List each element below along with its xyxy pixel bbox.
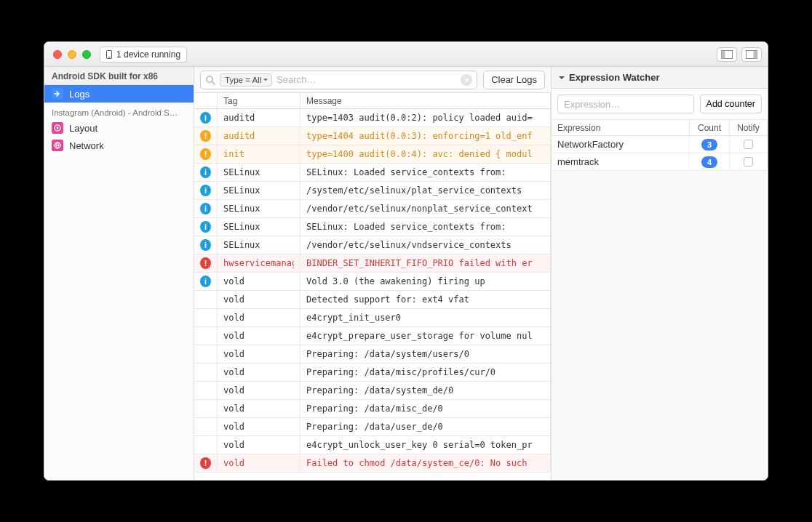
log-row[interactable]: voldPreparing: /data/misc_de/0	[194, 400, 551, 418]
log-message: Preparing: /data/system_de/0	[306, 385, 453, 395]
log-message: Detected support for: ext4 vfat	[306, 294, 469, 305]
window-controls	[50, 50, 91, 59]
log-row[interactable]: voldPreparing: /data/system_de/0	[194, 382, 551, 400]
log-tag: vold	[223, 313, 244, 323]
device-status-chip[interactable]: 1 device running	[100, 47, 187, 63]
watcher-expression: NetworkFactory	[557, 139, 624, 150]
clear-search-icon[interactable]: ✕	[461, 74, 472, 86]
level-warn-icon: !	[200, 148, 211, 160]
log-row[interactable]: iSELinuxSELinux: Loaded service_contexts…	[194, 164, 551, 182]
expression-input[interactable]	[557, 95, 694, 113]
log-message: Vold 3.0 (the awakening) firing up	[306, 276, 485, 286]
log-row[interactable]: voldPreparing: /data/system/users/0	[194, 345, 551, 364]
panel-right-toggle[interactable]	[741, 47, 762, 62]
minimize-icon[interactable]	[68, 50, 76, 59]
sidebar-item-logs[interactable]: Logs	[44, 85, 194, 103]
watcher-expression: memtrack	[557, 156, 599, 167]
watcher-row[interactable]: NetworkFactory3	[552, 136, 768, 153]
log-row[interactable]: ivoldVold 3.0 (the awakening) firing up	[194, 273, 551, 291]
panel-right-icon	[746, 50, 757, 59]
notify-checkbox[interactable]	[744, 157, 753, 166]
logs-table: Tag Message iauditdtype=1403 audit(0.0:2…	[194, 93, 551, 480]
search-field[interactable]: Type = All ✕	[200, 71, 477, 89]
clear-logs-button[interactable]: Clear Logs	[483, 71, 545, 89]
level-err-icon: !	[200, 257, 211, 269]
log-tag: SELinux	[223, 222, 260, 232]
log-tag: SELinux	[223, 204, 260, 214]
level-err-icon: !	[200, 457, 211, 469]
col-tag[interactable]: Tag	[218, 93, 300, 108]
log-tag: auditd	[223, 113, 255, 123]
log-row[interactable]: !inittype=1400 audit(0.0:4): avc: denied…	[194, 145, 551, 164]
sidebar-item-layout[interactable]: Layout	[44, 119, 194, 137]
log-tag: init	[223, 149, 244, 159]
log-row[interactable]: !voldFailed to chmod /data/system_ce/0: …	[194, 454, 551, 473]
log-row[interactable]: iSELinux/system/etc/selinux/plat_service…	[194, 182, 551, 200]
log-message: SELinux: Loaded service_contexts from:	[306, 167, 506, 177]
log-row[interactable]: voldDetected support for: ext4 vfat	[194, 291, 551, 309]
level-info-icon: i	[200, 203, 211, 214]
search-input[interactable]	[276, 74, 456, 85]
log-tag: vold	[223, 422, 244, 432]
count-badge: 3	[701, 139, 717, 150]
level-info-icon: i	[200, 239, 211, 251]
watcher-row[interactable]: memtrack4	[552, 153, 768, 171]
log-tag: vold	[223, 367, 244, 377]
level-warn-icon: !	[200, 130, 211, 142]
sidebar-item-label: Network	[69, 140, 104, 151]
log-row[interactable]: iSELinux/vendor/etc/selinux/vndservice_c…	[194, 236, 551, 254]
log-row[interactable]: voldPreparing: /data/user_de/0	[194, 418, 551, 436]
log-row[interactable]: iSELinuxSELinux: Loaded service_contexts…	[194, 218, 551, 236]
log-tag: vold	[223, 385, 244, 395]
col-count[interactable]: Count	[690, 120, 730, 135]
log-message: e4crypt_unlock_user_key 0 serial=0 token…	[306, 440, 533, 450]
svg-line-8	[212, 81, 215, 84]
logs-body[interactable]: iauditdtype=1403 audit(0.0:2): policy lo…	[194, 109, 551, 480]
log-tag: vold	[223, 403, 244, 414]
close-icon[interactable]	[53, 50, 62, 59]
log-row[interactable]: iSELinux/vendor/etc/selinux/nonplat_serv…	[194, 200, 551, 218]
log-row[interactable]: volde4crypt_prepare_user_storage for vol…	[194, 327, 551, 345]
log-message: /vendor/etc/selinux/vndservice_contexts	[306, 240, 512, 250]
log-tag: vold	[223, 294, 244, 305]
watcher-columns: Expression Count Notify	[552, 120, 768, 136]
log-row[interactable]: volde4crypt_unlock_user_key 0 serial=0 t…	[194, 436, 551, 454]
logs-toolbar: Type = All ✕ Clear Logs	[194, 67, 551, 93]
col-level[interactable]	[194, 93, 218, 108]
log-message: Preparing: /data/misc/profiles/cur/0	[306, 367, 495, 377]
col-notify[interactable]: Notify	[730, 120, 768, 135]
add-counter-button[interactable]: Add counter	[700, 95, 762, 113]
log-tag: SELinux	[223, 167, 260, 177]
svg-rect-1	[722, 50, 725, 58]
title-bar: 1 device running	[44, 42, 768, 67]
log-row[interactable]: !hwservicemanagBINDER_SET_INHERIT_FIFO_P…	[194, 254, 551, 273]
log-message: Preparing: /data/system/users/0	[306, 349, 469, 359]
sidebar-item-label: Logs	[69, 89, 89, 100]
panel-left-toggle[interactable]	[717, 47, 737, 62]
log-tag: vold	[223, 458, 244, 468]
log-message: type=1404 audit(0.0:3): enforcing=1 old_…	[306, 131, 533, 141]
level-info-icon: i	[200, 221, 211, 233]
log-message: e4crypt_prepare_user_storage for volume …	[306, 331, 533, 341]
watcher-header[interactable]: Expression Watcher	[552, 67, 768, 89]
log-row[interactable]: volde4crypt_init_user0	[194, 309, 551, 327]
type-filter-chip[interactable]: Type = All	[220, 73, 272, 87]
notify-checkbox[interactable]	[744, 140, 753, 149]
disclosure-triangle-icon	[559, 76, 565, 82]
col-expression[interactable]: Expression	[552, 120, 690, 135]
col-message[interactable]: Message	[300, 93, 551, 108]
log-row[interactable]: iauditdtype=1403 audit(0.0:2): policy lo…	[194, 109, 551, 127]
log-row[interactable]: !auditdtype=1404 audit(0.0:3): enforcing…	[194, 127, 551, 145]
log-tag: auditd	[223, 131, 255, 141]
log-tag: vold	[223, 331, 244, 341]
sidebar-item-network[interactable]: Network	[44, 137, 194, 154]
log-message: e4crypt_init_user0	[306, 313, 401, 323]
zoom-icon[interactable]	[82, 50, 91, 59]
log-message: /vendor/etc/selinux/nonplat_service_cont…	[306, 204, 533, 214]
logs-header-row: Tag Message	[194, 93, 551, 109]
log-row[interactable]: voldPreparing: /data/misc/profiles/cur/0	[194, 364, 551, 382]
network-icon	[52, 140, 63, 151]
panel-left-icon	[721, 50, 733, 59]
level-info-icon: i	[200, 276, 211, 287]
svg-rect-3	[754, 50, 757, 58]
